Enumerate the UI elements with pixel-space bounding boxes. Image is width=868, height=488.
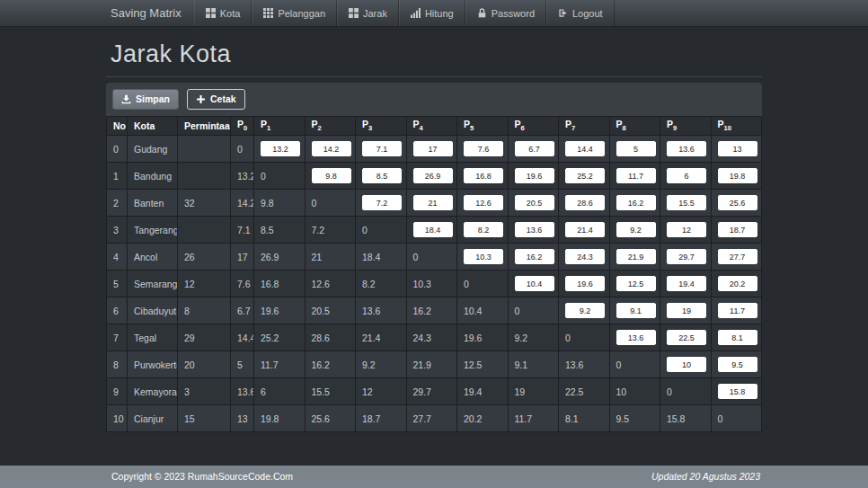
nav-item-jarak[interactable]: Jarak (337, 0, 399, 26)
col-header-p5: P5 (457, 117, 509, 136)
distance-input[interactable] (718, 222, 757, 237)
print-button-label: Cetak (210, 93, 236, 105)
distance-input[interactable] (515, 168, 554, 183)
distance-input-cell (305, 163, 356, 190)
distance-input[interactable] (718, 168, 757, 183)
cell-kota: Cianjur (128, 405, 178, 432)
distance-input[interactable] (515, 249, 554, 264)
cell-permintaan: 26 (178, 244, 231, 271)
nav-item-hitung[interactable]: Hitung (399, 0, 465, 26)
distance-input[interactable] (515, 141, 554, 156)
save-button[interactable]: Simpan (112, 89, 179, 110)
distance-input[interactable] (667, 276, 706, 291)
distance-input[interactable] (464, 249, 503, 264)
distance-value: 9.1 (508, 351, 559, 378)
cell-permintaan (178, 217, 231, 244)
distance-input-cell (559, 136, 610, 163)
col-header-p7: P7 (559, 117, 610, 136)
cell-kota: Cibaduyut (128, 297, 178, 324)
distance-value: 15.5 (305, 378, 356, 405)
distance-input[interactable] (413, 168, 453, 183)
distance-input[interactable] (667, 141, 706, 156)
distance-input[interactable] (667, 222, 706, 237)
distance-input[interactable] (261, 141, 300, 156)
distance-input[interactable] (667, 303, 706, 318)
distance-input[interactable] (616, 276, 656, 291)
col-header-p8: P8 (609, 117, 660, 136)
col-header-p2: P2 (305, 117, 356, 136)
distance-input[interactable] (515, 222, 554, 237)
distance-input[interactable] (565, 168, 605, 183)
distance-value: 9.5 (609, 405, 660, 432)
distance-input[interactable] (616, 330, 656, 345)
distance-input[interactable] (616, 141, 656, 156)
nav-item-logout[interactable]: Logout (546, 0, 615, 26)
nav-item-password[interactable]: Password (465, 0, 546, 26)
distance-input[interactable] (616, 249, 656, 264)
distance-value: 17 (231, 244, 254, 271)
distance-input[interactable] (667, 249, 706, 264)
distance-input[interactable] (718, 357, 757, 372)
distance-value: 0 (457, 271, 509, 297)
distance-input[interactable] (616, 222, 656, 237)
nav-item-pelanggan[interactable]: Pelanggan (252, 0, 337, 26)
distance-input[interactable] (413, 195, 453, 210)
distance-input[interactable] (362, 195, 402, 210)
distance-input[interactable] (616, 168, 656, 183)
distance-value: 9.8 (254, 190, 306, 217)
distance-input[interactable] (565, 141, 605, 156)
distance-input[interactable] (312, 168, 351, 183)
distance-input[interactable] (464, 222, 503, 237)
distance-input[interactable] (667, 195, 706, 210)
distance-value: 7.6 (231, 271, 254, 297)
distance-input[interactable] (718, 249, 757, 264)
cell-kota: Purwokerto (128, 351, 178, 378)
distance-value: 11.7 (254, 351, 306, 378)
distance-value: 9.2 (508, 324, 559, 351)
distance-input[interactable] (565, 195, 605, 210)
app-window: Saving Matrix KotaPelangganJarakHitungPa… (0, 0, 868, 488)
distance-input[interactable] (616, 195, 656, 210)
lock-icon (477, 8, 487, 18)
distance-input[interactable] (362, 141, 402, 156)
distance-input[interactable] (718, 384, 757, 399)
distance-input[interactable] (667, 357, 706, 372)
distance-input[interactable] (718, 303, 757, 318)
table-row-tangerang: 3Tangerang7.18.57.20 (107, 217, 762, 244)
distance-input[interactable] (362, 168, 402, 183)
distance-input[interactable] (565, 249, 605, 264)
distance-input[interactable] (565, 222, 605, 237)
distance-input[interactable] (565, 276, 605, 291)
distance-input[interactable] (515, 195, 554, 210)
cell-no: 5 (107, 271, 128, 297)
distance-input[interactable] (464, 168, 503, 183)
distance-input[interactable] (616, 303, 656, 318)
distance-input[interactable] (667, 168, 706, 183)
distance-input[interactable] (565, 303, 605, 318)
distance-input-cell (711, 324, 762, 351)
distance-input-cell (508, 271, 559, 297)
distance-input-cell (559, 190, 610, 217)
distance-input[interactable] (464, 195, 503, 210)
distance-input[interactable] (718, 330, 757, 345)
nav-item-kota[interactable]: Kota (194, 0, 252, 26)
distance-value: 7.2 (305, 217, 356, 244)
distance-input[interactable] (718, 141, 757, 156)
distance-input[interactable] (464, 141, 503, 156)
distance-input[interactable] (667, 330, 706, 345)
distance-input[interactable] (413, 141, 453, 156)
distance-value: 19.6 (457, 324, 509, 351)
distance-input[interactable] (718, 276, 757, 291)
print-button[interactable]: Cetak (187, 89, 245, 110)
cell-kota: Kemayoran (128, 378, 178, 405)
distance-input[interactable] (515, 276, 554, 291)
distance-input-cell (254, 136, 306, 163)
distance-input-cell (457, 163, 509, 190)
distance-input[interactable] (413, 222, 453, 237)
plus-icon (196, 94, 206, 104)
distance-input-cell (457, 217, 509, 244)
distance-input[interactable] (312, 141, 351, 156)
distance-input[interactable] (718, 195, 757, 210)
col-header-p6: P6 (508, 117, 559, 136)
distance-input-cell (406, 217, 457, 244)
